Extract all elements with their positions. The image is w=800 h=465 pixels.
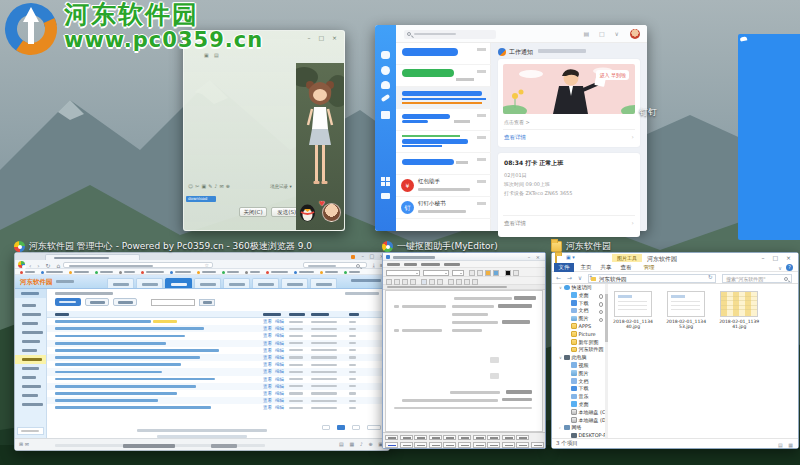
admin-nav-tab[interactable]	[223, 278, 250, 288]
admin-nav-tab-active[interactable]	[165, 278, 192, 288]
edit-link[interactable]: 编辑	[275, 391, 284, 397]
browser-menu-icon[interactable]	[18, 261, 25, 268]
font-family-dropdown[interactable]	[386, 270, 420, 276]
image-button[interactable]	[472, 279, 478, 285]
view-link[interactable]: 查看	[263, 326, 272, 332]
ribbon-expand-icon[interactable]: ∨	[778, 265, 782, 271]
explorer-nav-item[interactable]: 图片	[552, 370, 607, 378]
edit-link[interactable]: 编辑	[275, 362, 284, 368]
explorer-nav-item[interactable]: 本地磁盘 (C:)	[552, 409, 607, 417]
ribbon-tab-manage[interactable]: 管理	[640, 263, 658, 272]
table-row[interactable]: 查看 编辑	[47, 318, 385, 325]
bold-button[interactable]	[386, 279, 392, 285]
format-preset-button[interactable]	[487, 435, 500, 441]
ribbon-tab-home[interactable]: 主页	[577, 263, 595, 272]
toolbar-button[interactable]	[493, 270, 499, 276]
view-link[interactable]: 查看	[263, 377, 272, 383]
bookmark-item[interactable]	[170, 271, 191, 274]
secondary-button[interactable]	[113, 298, 137, 306]
admin-sidebar-item[interactable]	[15, 364, 46, 373]
admin-nav-tab[interactable]	[252, 278, 279, 288]
format-preset-button[interactable]	[429, 442, 442, 448]
table-row[interactable]: 查看 编辑	[47, 354, 385, 361]
status-icons-right[interactable]: ▤ ▦ ♪ ⊕ ▣	[339, 441, 385, 447]
ribbon-tab-view[interactable]: 查看	[617, 263, 635, 272]
table-row[interactable]: 查看 编辑	[47, 397, 385, 404]
secondary-button[interactable]	[85, 298, 109, 306]
font-size-box[interactable]	[452, 270, 464, 276]
admin-nav-tab[interactable]	[310, 278, 337, 288]
align-right-button[interactable]	[437, 279, 443, 285]
explorer-nav-item[interactable]: 下载	[552, 300, 607, 308]
view-detail-link[interactable]: 查看详情	[504, 220, 526, 227]
table-row[interactable]: 查看 编辑	[47, 383, 385, 390]
admin-sidebar-item[interactable]	[15, 355, 46, 364]
view-toggle-icons[interactable]: ▤ ▦	[778, 441, 795, 450]
view-link[interactable]: 查看	[263, 362, 272, 368]
explorer-nav-item[interactable]: ∨快速访问	[552, 284, 607, 292]
admin-sidebar-item[interactable]	[15, 373, 46, 382]
view-link[interactable]: 查看	[263, 348, 272, 354]
format-preset-button[interactable]	[473, 435, 486, 441]
admin-sidebar-item[interactable]	[15, 391, 46, 400]
view-link[interactable]: 查看	[263, 398, 272, 404]
format-preset-button[interactable]	[443, 442, 456, 448]
bookmark-item[interactable]	[197, 271, 216, 274]
window-thumbnail-browser[interactable]: – □ × ‹ › ↻ ⌂ ☆ ⤓ ≡ 河东软件园	[14, 252, 390, 451]
format-preset-button[interactable]	[414, 435, 427, 441]
admin-sidebar-item[interactable]	[15, 310, 46, 319]
browser-account-icon[interactable]	[351, 255, 355, 259]
font-color-well[interactable]	[505, 270, 511, 276]
picture-tools-tab[interactable]: 图片工具	[612, 254, 642, 262]
bookmark-item[interactable]	[69, 271, 89, 274]
edit-link[interactable]: 编辑	[275, 326, 284, 332]
download-icon[interactable]: ⤓	[373, 262, 375, 269]
table-row[interactable]: 查看 编辑	[47, 376, 385, 383]
format-preset-button[interactable]	[458, 442, 471, 448]
sidebar-footer-toggle[interactable]	[17, 427, 44, 435]
refresh-icon[interactable]: ↻	[708, 274, 713, 280]
explorer-nav-item[interactable]: ∨此电脑	[552, 354, 607, 362]
more-icon[interactable]: ⊕	[226, 183, 232, 189]
menu-item[interactable]	[387, 263, 400, 266]
quick-access-toolbar[interactable]: ▣ ▾	[566, 254, 575, 260]
format-preset-button[interactable]	[414, 442, 427, 448]
admin-nav-tab[interactable]	[136, 278, 163, 288]
edit-link[interactable]: 编辑	[275, 369, 284, 375]
bookmark-item[interactable]	[222, 271, 239, 274]
nav-scrollbar[interactable]	[605, 284, 608, 438]
explorer-nav-item[interactable]: 音乐	[552, 393, 607, 401]
file-item[interactable]: 2018-02-01_113453.jpg	[663, 291, 709, 330]
format-preset-button[interactable]	[516, 435, 529, 441]
explorer-nav-item[interactable]: APPS	[552, 323, 607, 331]
ribbon-tab-file[interactable]: 文件	[554, 263, 574, 272]
explorer-nav-item[interactable]: 新年贺图	[552, 339, 607, 347]
bookmark-item[interactable]	[245, 271, 260, 274]
myeditor-thumbnail-label[interactable]: 一键抠图助手(MyEditor)	[382, 240, 498, 253]
explorer-search-box[interactable]: 搜索"河东软件园"	[722, 274, 792, 283]
explorer-nav-item[interactable]: 本地磁盘 (D:)	[552, 417, 607, 425]
edit-link[interactable]: 编辑	[275, 377, 284, 383]
align-center-button[interactable]	[429, 279, 435, 285]
toolbar-button[interactable]	[469, 270, 475, 276]
qq-penguin-icon[interactable]	[299, 202, 316, 222]
explorer-nav-item[interactable]: ›网络	[552, 424, 607, 432]
myeditor-window-controls[interactable]: – ×	[528, 254, 542, 260]
document-page[interactable]	[385, 290, 543, 432]
bookmark-item[interactable]	[266, 271, 288, 274]
format-preset-button[interactable]	[429, 435, 442, 441]
admin-sidebar-item[interactable]	[15, 319, 46, 328]
explorer-nav-item[interactable]: 桌面	[552, 292, 607, 300]
edit-link[interactable]: 编辑	[275, 384, 284, 390]
admin-nav-tab[interactable]	[194, 278, 221, 288]
bookmark-item[interactable]	[294, 271, 314, 274]
view-link[interactable]: 查看	[263, 355, 272, 361]
edit-link[interactable]: 编辑	[275, 341, 284, 347]
browser-search-box[interactable]	[303, 262, 367, 269]
view-link[interactable]: 查看	[263, 333, 272, 339]
format-preset-button[interactable]	[400, 435, 413, 441]
table-row[interactable]: 查看 编辑	[47, 347, 385, 354]
edit-link[interactable]: 编辑	[275, 333, 284, 339]
browser-thumbnail-label[interactable]: 河东软件园 管理中心 - Powered by Pc0359.cn - 360极…	[14, 240, 312, 253]
bookmark-item[interactable]	[344, 271, 360, 274]
